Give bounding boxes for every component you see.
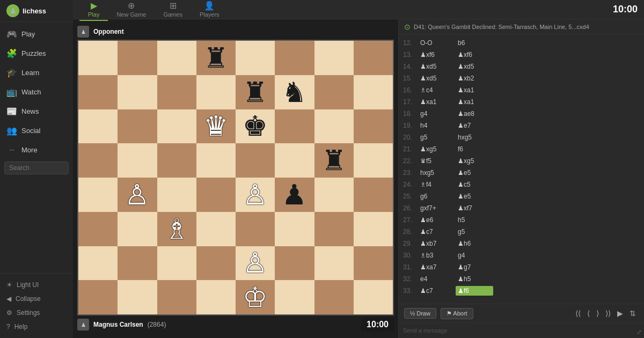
sidebar-bottom-help[interactable]: ? Help [0,320,73,334]
chess-cell[interactable] [314,246,354,281]
chess-cell[interactable] [354,280,393,314]
move-black[interactable]: g4 [456,251,493,260]
nav-play-button[interactable]: ▶ [614,307,626,319]
move-white[interactable]: ♗c4 [418,85,456,95]
chess-cell[interactable] [354,178,393,212]
chess-cell[interactable] [118,41,157,75]
move-black[interactable]: h5 [456,215,493,225]
chess-cell[interactable] [157,280,196,314]
tab-players[interactable]: 👤 Players [191,0,228,21]
tab-games[interactable]: ⊞ Games [155,0,191,21]
sidebar-item-play[interactable]: 🎮 Play [0,24,73,43]
move-white[interactable]: g4 [418,109,456,119]
chess-cell[interactable] [354,75,393,109]
chess-cell[interactable]: ♙ [118,178,157,212]
chess-cell[interactable] [236,212,275,246]
move-black[interactable]: b6 [456,38,493,48]
move-white[interactable]: ♟xd5 [418,74,456,83]
move-black[interactable]: hxg5 [456,133,493,142]
tab-play[interactable]: ▶ Play [79,0,108,21]
move-white[interactable]: ♟c7 [418,227,456,237]
chess-cell[interactable] [354,246,393,281]
chess-cell[interactable] [196,212,236,246]
move-black[interactable]: ♟xa1 [456,85,493,95]
sidebar-item-learn[interactable]: 🎓 Learn [0,63,73,82]
chess-cell[interactable] [196,246,236,281]
chess-cell[interactable]: ♙ [236,246,275,281]
chess-cell[interactable]: ♜ [196,41,236,75]
chess-cell[interactable] [78,212,118,246]
move-white[interactable]: ♗f4 [418,180,456,189]
chess-cell[interactable] [78,75,118,109]
chess-cell[interactable] [314,41,354,75]
chess-cell[interactable] [354,143,393,178]
chess-cell[interactable] [157,41,196,75]
chess-cell[interactable] [275,280,314,314]
chess-cell[interactable] [118,280,157,314]
chess-cell[interactable]: ♟ [275,178,314,212]
sidebar-item-puzzles[interactable]: 🧩 Puzzles [0,43,73,63]
chess-cell[interactable] [118,246,157,281]
expand-button[interactable]: ⤢ [636,328,642,336]
move-white[interactable]: ♟e6 [418,215,456,225]
move-black[interactable]: ♟xb2 [456,74,493,83]
sidebar-item-watch[interactable]: 📺 Watch [0,82,73,101]
chess-cell[interactable] [314,212,354,246]
chess-cell[interactable] [78,178,118,212]
move-white[interactable]: gxf7+ [418,203,456,213]
chess-cell[interactable] [78,280,118,314]
chess-cell[interactable] [118,143,157,178]
move-black[interactable]: ♟e5 [456,168,493,178]
chess-cell[interactable] [275,212,314,246]
chess-cell[interactable]: ♙ [236,178,275,212]
chess-cell[interactable] [314,75,354,109]
chess-cell[interactable] [78,41,118,75]
move-white[interactable]: O-O [418,38,456,48]
chess-cell[interactable]: ♔ [236,280,275,314]
sidebar-bottom-collapse[interactable]: ◀ Collapse [0,292,73,306]
chess-cell[interactable] [314,109,354,144]
move-black[interactable]: g5 [456,227,493,237]
chess-cell[interactable]: ♚ [236,109,275,144]
move-white[interactable]: ♛f5 [418,156,456,166]
chess-cell[interactable] [157,75,196,109]
chess-cell[interactable] [157,109,196,144]
chess-cell[interactable] [236,143,275,178]
move-black[interactable]: ♟ae8 [456,109,493,119]
move-black[interactable]: ♟e5 [456,192,493,201]
chess-cell[interactable] [196,143,236,178]
move-white[interactable]: ♟xb7 [418,239,456,248]
search-input[interactable] [4,161,69,174]
move-black[interactable]: ♟xd5 [456,62,493,71]
move-white[interactable]: g5 [418,133,456,142]
chess-cell[interactable] [196,178,236,212]
nav-prev-button[interactable]: ⟨ [584,307,592,319]
move-white[interactable]: ♗b3 [418,251,456,260]
tab-new-game[interactable]: ⊕ New Game [108,0,155,21]
sidebar-bottom-settings[interactable]: ⚙ Settings [0,306,73,320]
chess-cell[interactable] [236,41,275,75]
move-white[interactable]: g6 [418,192,456,201]
sidebar-bottom-light-ui[interactable]: ☀ Light UI [0,278,73,292]
move-black[interactable]: ♟xf7 [456,203,493,213]
chess-cell[interactable]: ♗ [157,212,196,246]
chess-cell[interactable]: ♜ [236,75,275,109]
move-white[interactable]: ♟xd5 [418,62,456,71]
chess-cell[interactable] [78,109,118,144]
chess-cell[interactable] [275,143,314,178]
chess-cell[interactable] [157,178,196,212]
chess-cell[interactable]: ♞ [275,75,314,109]
chess-cell[interactable] [118,109,157,144]
chess-cell[interactable] [275,41,314,75]
move-black[interactable]: ♟h6 [456,239,493,248]
chess-cell[interactable] [157,246,196,281]
chess-cell[interactable] [196,280,236,314]
move-white[interactable]: ♟c7 [418,286,456,296]
move-white[interactable]: ♟xa1 [418,97,456,107]
sidebar-item-more[interactable]: ··· More [0,140,73,159]
move-white[interactable]: ♟xf6 [418,50,456,60]
chess-cell[interactable]: ♛ [196,109,236,144]
move-black[interactable]: ♟f6 [456,286,493,296]
chess-cell[interactable] [196,75,236,109]
sidebar-item-social[interactable]: 👥 Social [0,121,73,140]
